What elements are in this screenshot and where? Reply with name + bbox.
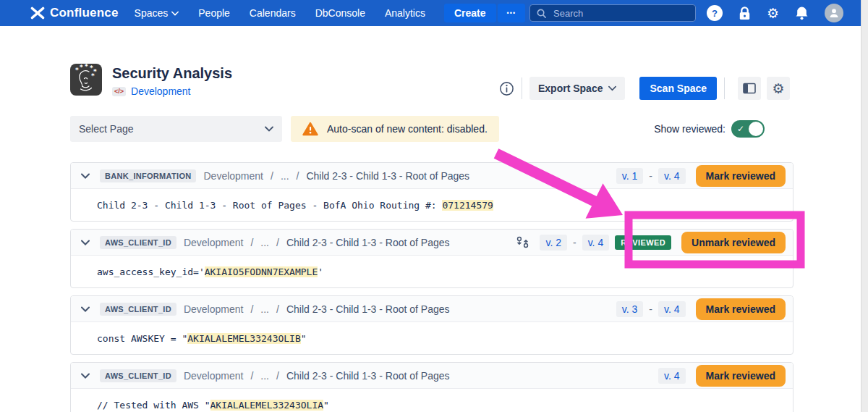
breadcrumb: Development / ... / Child 2-3 - Child 1-… (184, 237, 450, 248)
svg-text:*: * (85, 64, 88, 70)
nav-item-analytics[interactable]: Analytics (385, 7, 425, 19)
mark-reviewed-button[interactable]: Mark reviewed (696, 165, 786, 187)
finding-header: AWS_CLIENT_ID Development / ... / Child … (71, 363, 793, 389)
version-from-link[interactable]: v. 2 (540, 235, 567, 251)
lock-icon[interactable] (738, 6, 752, 21)
sensitive-value-highlight: AKIALALEMEL33243OLIB (187, 333, 301, 344)
space-link[interactable]: Development (131, 85, 191, 97)
more-menu-button[interactable]: ••• (498, 4, 525, 22)
crumb-space[interactable]: Development (184, 303, 244, 315)
collapse-chevron-icon[interactable] (78, 169, 93, 183)
export-space-button[interactable]: Export Space (529, 77, 625, 100)
finding-card-1: BANK_INFORMATION Development / ... / Chi… (70, 162, 793, 222)
select-page-dropdown[interactable]: Select Page (70, 116, 282, 142)
show-reviewed-control: Show reviewed: ✓ (654, 120, 765, 138)
svg-text:*: * (75, 67, 79, 74)
space-type-icon: </> (112, 87, 126, 96)
toolbar-divider-2 (724, 77, 725, 99)
crumb-space[interactable]: Development (184, 237, 244, 248)
finding-type-badge: AWS_CLIENT_ID (100, 303, 176, 316)
chevron-down-icon (171, 11, 179, 16)
nav-item-people[interactable]: People (198, 7, 230, 19)
version-to-link[interactable]: v. 4 (658, 168, 686, 184)
help-icon[interactable]: ? (707, 5, 723, 21)
info-icon[interactable] (499, 81, 514, 96)
top-navbar: Confluence Spaces People Calendars DbCon… (0, 0, 861, 26)
crumb-ellipsis[interactable]: ... (260, 303, 269, 315)
brand-name: Confluence (50, 6, 119, 20)
finding-header: AWS_CLIENT_ID Development / ... / Child … (71, 296, 793, 322)
show-reviewed-label: Show reviewed: (654, 123, 726, 135)
search-icon (536, 8, 547, 19)
check-icon: ✓ (737, 123, 744, 135)
version-to-link[interactable]: v. 4 (582, 235, 610, 251)
findings-list: BANK_INFORMATION Development / ... / Chi… (70, 162, 793, 412)
chevron-down-icon (608, 85, 616, 91)
crumb-page[interactable]: Child 2-3 - Child 1-3 - Root of Pages (286, 237, 450, 248)
scan-space-button[interactable]: Scan Space (639, 77, 717, 100)
version-to-link[interactable]: v. 4 (658, 301, 686, 317)
notifications-bell-icon[interactable] (794, 6, 809, 20)
breadcrumb: Development / ... / Child 2-3 - Child 1-… (184, 303, 450, 315)
space-header: *** *** Security Analysis </> Developmen… (70, 64, 232, 97)
collapse-chevron-icon[interactable] (78, 369, 93, 383)
compare-versions-icon (516, 235, 529, 249)
crumb-page[interactable]: Child 2-3 - Child 1-3 - Root of Pages (286, 370, 450, 382)
svg-text:*: * (80, 64, 83, 71)
breadcrumb: Development / ... / Child 2-3 - Child 1-… (184, 370, 450, 382)
settings-icon[interactable]: ⚙ (767, 7, 779, 20)
crumb-page[interactable]: Child 2-3 - Child 1-3 - Root of Pages (306, 170, 469, 182)
mark-reviewed-button[interactable]: Mark reviewed (696, 298, 786, 320)
nav-item-dbconsole[interactable]: DbConsole (315, 7, 365, 19)
crumb-space[interactable]: Development (203, 170, 263, 182)
nav-item-spaces[interactable]: Spaces (135, 7, 179, 19)
unmark-reviewed-button[interactable]: Unmark reviewed (681, 232, 786, 253)
toolbar-divider (522, 77, 522, 99)
space-avatar: *** *** (70, 64, 102, 96)
crumb-page[interactable]: Child 2-3 - Child 1-3 - Root of Pages (286, 303, 450, 315)
search-field[interactable] (529, 4, 696, 22)
finding-snippet: const AWSKEY = "AKIALALEMEL33243OLIB" (71, 322, 793, 354)
window-edge (861, 0, 868, 412)
finding-type-badge: AWS_CLIENT_ID (100, 369, 176, 382)
breadcrumb: Development / ... / Child 2-3 - Child 1-… (203, 170, 469, 182)
show-reviewed-toggle[interactable]: ✓ (731, 120, 765, 138)
crumb-ellipsis[interactable]: ... (260, 370, 269, 382)
version-from-link[interactable]: v. 3 (616, 301, 644, 317)
mark-reviewed-button[interactable]: Mark reviewed (696, 365, 786, 387)
filters-row: Select Page Auto-scan of new content: di… (70, 116, 793, 142)
finding-type-badge: BANK_INFORMATION (100, 169, 196, 182)
autoscan-warning-banner: Auto-scan of new content: disabled. (291, 116, 499, 142)
page-title: Security Analysis (112, 65, 232, 81)
confluence-brand[interactable]: Confluence (30, 6, 119, 20)
finding-snippet: Child 2-3 - Child 1-3 - Root of Pages - … (71, 189, 793, 221)
version-to-link[interactable]: v. 4 (658, 368, 686, 384)
crumb-ellipsis[interactable]: ... (260, 237, 269, 248)
warning-text: Auto-scan of new content: disabled. (327, 123, 488, 135)
nav-item-calendars[interactable]: Calendars (250, 7, 296, 19)
finding-card-4: AWS_CLIENT_ID Development / ... / Child … (70, 362, 793, 412)
create-button[interactable]: Create (444, 4, 496, 22)
confluence-logo-icon (30, 7, 45, 20)
crumb-ellipsis[interactable]: ... (281, 170, 289, 182)
finding-snippet: // Tested with AWS "AKIALALEMEL33243OLIA… (71, 389, 793, 412)
finding-type-badge: AWS_CLIENT_ID (100, 236, 176, 249)
reviewed-status-badge: REVIEWED (615, 235, 671, 250)
user-avatar[interactable] (825, 4, 843, 22)
toggle-knob (749, 122, 763, 136)
sensitive-value-highlight: 071214579 (442, 200, 493, 211)
version-from-link[interactable]: v. 1 (616, 168, 644, 184)
warning-icon (302, 122, 318, 136)
nav-menu: Spaces People Calendars DbConsole Analyt… (135, 7, 425, 19)
sidebar-layout-button[interactable] (738, 77, 761, 100)
finding-header: BANK_INFORMATION Development / ... / Chi… (71, 163, 793, 189)
chevron-down-icon (265, 126, 273, 132)
search-input[interactable] (552, 7, 689, 20)
finding-card-2: AWS_CLIENT_ID Development / ... / Child … (70, 229, 793, 288)
finding-header: AWS_CLIENT_ID Development / ... / Child … (71, 230, 793, 256)
sensitive-value-highlight: AKIAIO5FODNN7EXAMPLE (205, 266, 318, 277)
collapse-chevron-icon[interactable] (78, 302, 93, 316)
space-settings-button[interactable]: ⚙ (767, 77, 790, 100)
crumb-space[interactable]: Development (184, 370, 244, 382)
collapse-chevron-icon[interactable] (78, 235, 93, 250)
